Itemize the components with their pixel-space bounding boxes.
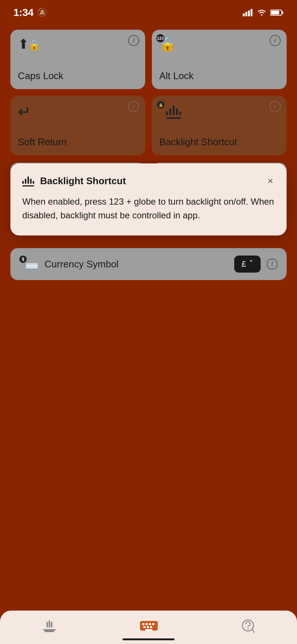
soft-return-info-btn[interactable]: i xyxy=(128,101,139,112)
backlight-shortcut-card[interactable]: i 🔒 Backlight Shortcut xyxy=(152,96,287,155)
modal-card: Backlight Shortcut × When enabled, press… xyxy=(10,163,287,235)
svg-rect-3 xyxy=(251,9,252,16)
svg-rect-0 xyxy=(243,13,245,16)
nav-item-backlight[interactable] xyxy=(41,619,58,633)
currency-icon: $ ⌨️ xyxy=(19,256,39,273)
home-indicator xyxy=(123,638,174,640)
svg-rect-9 xyxy=(46,622,48,628)
svg-rect-11 xyxy=(51,622,52,628)
modal-overlay: Backlight Shortcut × When enabled, press… xyxy=(0,163,297,644)
backlight-shortcut-label: Backlight Shortcut xyxy=(159,136,279,148)
currency-dropdown-arrow: ˅ xyxy=(249,259,253,269)
support-nav-icon xyxy=(240,619,256,633)
nav-item-support[interactable] xyxy=(240,619,256,633)
svg-rect-14 xyxy=(146,623,148,625)
svg-rect-7 xyxy=(43,629,56,631)
svg-rect-10 xyxy=(49,620,50,628)
bottom-nav xyxy=(0,611,297,644)
modal-title: Backlight Shortcut xyxy=(40,175,126,187)
modal-header: Backlight Shortcut × xyxy=(22,175,275,187)
svg-rect-8 xyxy=(45,631,54,632)
svg-rect-6 xyxy=(271,11,279,14)
backlight-shortcut-icon: 🔒 xyxy=(159,103,279,119)
card-grid: i ⬆ 🔒 Caps Lock i 123 🔒 Alt Lock i ↵ Sof… xyxy=(0,22,297,163)
alt-lock-card[interactable]: i 123 🔒 Alt Lock xyxy=(152,30,287,89)
currency-label: Currency Symbol xyxy=(45,258,228,270)
svg-rect-17 xyxy=(143,626,146,628)
svg-rect-5 xyxy=(282,12,283,14)
currency-info-btn[interactable]: i xyxy=(267,258,278,270)
modal-title-row: Backlight Shortcut xyxy=(22,175,126,187)
backlight-nav-icon xyxy=(41,619,58,633)
svg-rect-16 xyxy=(152,623,154,625)
status-bar: 1:34 🔕 xyxy=(0,0,297,22)
status-icons xyxy=(243,9,284,16)
currency-select-button[interactable]: £ ˅ xyxy=(234,256,261,273)
modal-close-button[interactable]: × xyxy=(266,175,275,187)
modal-body: When enabled, press 123 + globe to turn … xyxy=(22,195,275,222)
battery-icon xyxy=(270,9,284,16)
keyboard-nav-icon xyxy=(139,619,159,633)
soft-return-icon: ↵ xyxy=(18,103,138,121)
svg-rect-19 xyxy=(150,626,152,628)
soft-return-label: Soft Return xyxy=(18,136,138,148)
modal-backlight-icon xyxy=(22,176,34,186)
bell-icon: 🔕 xyxy=(37,8,47,17)
svg-rect-18 xyxy=(147,626,149,628)
svg-rect-20 xyxy=(145,629,153,631)
svg-point-22 xyxy=(247,628,249,629)
caps-lock-icon: ⬆ 🔒 xyxy=(18,36,138,52)
currency-section: $ ⌨️ Currency Symbol £ ˅ i xyxy=(0,241,297,287)
soft-return-card[interactable]: i ↵ Soft Return xyxy=(10,96,145,155)
signal-icon xyxy=(243,9,253,16)
status-time: 1:34 xyxy=(13,7,33,19)
svg-rect-1 xyxy=(245,12,247,16)
caps-lock-label: Caps Lock xyxy=(18,70,138,82)
caps-lock-card[interactable]: i ⬆ 🔒 Caps Lock xyxy=(10,30,145,89)
currency-value: £ xyxy=(242,259,246,269)
svg-rect-15 xyxy=(149,623,151,625)
wifi-icon xyxy=(257,9,267,16)
svg-rect-13 xyxy=(142,623,144,625)
alt-lock-icon: 123 🔒 xyxy=(159,36,279,52)
alt-lock-label: Alt Lock xyxy=(159,70,279,82)
svg-rect-2 xyxy=(248,10,250,16)
currency-card: $ ⌨️ Currency Symbol £ ˅ i xyxy=(10,248,287,280)
nav-item-keyboard[interactable] xyxy=(139,619,159,633)
